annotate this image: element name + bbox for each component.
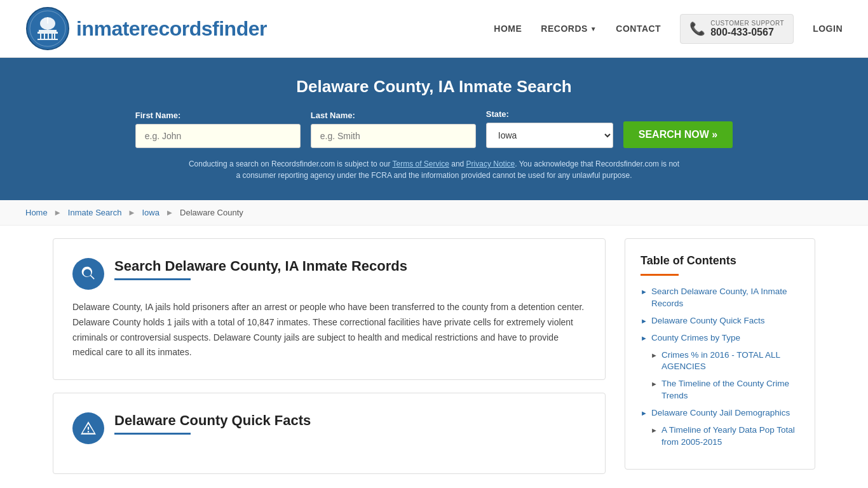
magnifier-icon bbox=[80, 266, 97, 282]
search-button[interactable]: SEARCH NOW » bbox=[623, 121, 733, 148]
tos-link[interactable]: Terms of Service bbox=[393, 159, 449, 168]
toc-link-0[interactable]: ► Search Delaware County, IA Inmate Reco… bbox=[641, 286, 799, 310]
main-section-title: Search Delaware County, IA Inmate Record… bbox=[114, 258, 586, 274]
nav-contact[interactable]: CONTACT bbox=[616, 24, 661, 34]
breadcrumb-current: Delaware County bbox=[180, 208, 243, 217]
nav-records[interactable]: RECORDS ▼ bbox=[541, 24, 597, 34]
quick-facts-title: Delaware County Quick Facts bbox=[114, 412, 586, 429]
toc-item-6: ► A Timeline of Yearly Data Pop Total fr… bbox=[651, 424, 799, 449]
state-group: State: Iowa Alabama Alaska California Co… bbox=[486, 109, 613, 148]
first-name-group: First Name: bbox=[135, 111, 301, 148]
breadcrumb-sep-3: ► bbox=[166, 208, 174, 217]
toc-chevron-1: ► bbox=[641, 316, 648, 326]
breadcrumb-iowa[interactable]: Iowa bbox=[142, 208, 159, 217]
quick-facts-section: Delaware County Quick Facts bbox=[53, 393, 606, 474]
state-label: State: bbox=[486, 109, 509, 119]
left-content: Search Delaware County, IA Inmate Record… bbox=[53, 238, 625, 487]
title-underline bbox=[114, 278, 191, 280]
toc-chevron-4: ► bbox=[651, 379, 658, 389]
svg-rect-7 bbox=[48, 34, 49, 39]
toc-link-3[interactable]: ► Crimes % in 2016 - TOTAL ALL AGENCIES bbox=[651, 349, 799, 374]
quick-facts-icon bbox=[72, 412, 104, 444]
svg-rect-6 bbox=[44, 34, 45, 39]
section-header: Search Delaware County, IA Inmate Record… bbox=[72, 258, 586, 290]
main-nav: HOME RECORDS ▼ CONTACT 📞 CUSTOMER SUPPOR… bbox=[494, 14, 843, 44]
customer-support-box[interactable]: 📞 CUSTOMER SUPPORT 800-433-0567 bbox=[680, 14, 794, 44]
nav-login[interactable]: LOGIN bbox=[813, 24, 843, 34]
toc-chevron-0: ► bbox=[641, 287, 648, 297]
site-header: inmaterecordsfinder HOME RECORDS ▼ CONTA… bbox=[0, 0, 868, 58]
svg-rect-4 bbox=[37, 32, 58, 34]
toc-link-4[interactable]: ► The Timeline of the County Crime Trend… bbox=[651, 378, 799, 402]
sidebar: Table of Contents ► Search Delaware Coun… bbox=[625, 238, 815, 487]
toc-item-4: ► The Timeline of the County Crime Trend… bbox=[651, 378, 799, 402]
main-content: Search Delaware County, IA Inmate Record… bbox=[27, 226, 841, 488]
breadcrumb-inmate-search[interactable]: Inmate Search bbox=[68, 208, 122, 217]
state-select[interactable]: Iowa Alabama Alaska California Colorado … bbox=[486, 123, 613, 148]
toc-list: ► Search Delaware County, IA Inmate Reco… bbox=[641, 286, 799, 449]
quick-facts-header: Delaware County Quick Facts bbox=[72, 412, 586, 444]
toc-divider bbox=[641, 274, 679, 276]
toc-item-2: ► County Crimes by Type bbox=[641, 332, 799, 344]
svg-rect-5 bbox=[40, 34, 41, 39]
toc-chevron-3: ► bbox=[651, 351, 658, 360]
privacy-link[interactable]: Privacy Notice bbox=[466, 159, 515, 168]
last-name-input[interactable] bbox=[311, 124, 476, 148]
toc-item-5: ► Delaware County Jail Demographics bbox=[641, 407, 799, 419]
inmate-records-section: Search Delaware County, IA Inmate Record… bbox=[53, 238, 606, 380]
breadcrumb-home[interactable]: Home bbox=[25, 208, 48, 217]
chevron-down-icon: ▼ bbox=[590, 25, 597, 32]
svg-rect-9 bbox=[54, 34, 55, 39]
main-section-body: Delaware County, IA jails hold prisoners… bbox=[72, 300, 586, 360]
toc-item-3: ► Crimes % in 2016 - TOTAL ALL AGENCIES bbox=[651, 349, 799, 374]
toc-chevron-5: ► bbox=[641, 409, 648, 418]
svg-rect-3 bbox=[39, 30, 57, 32]
toc-title: Table of Contents bbox=[641, 254, 799, 268]
breadcrumb-sep-1: ► bbox=[53, 208, 62, 217]
breadcrumb: Home ► Inmate Search ► Iowa ► Delaware C… bbox=[0, 200, 868, 226]
last-name-group: Last Name: bbox=[311, 111, 476, 148]
search-section-icon bbox=[72, 258, 104, 290]
toc-chevron-2: ► bbox=[641, 334, 648, 343]
table-of-contents: Table of Contents ► Search Delaware Coun… bbox=[625, 238, 815, 470]
toc-link-5[interactable]: ► Delaware County Jail Demographics bbox=[641, 407, 799, 419]
svg-rect-8 bbox=[51, 34, 53, 39]
breadcrumb-sep-2: ► bbox=[128, 208, 136, 217]
toc-link-6[interactable]: ► A Timeline of Yearly Data Pop Total fr… bbox=[651, 424, 799, 449]
logo-text: inmaterecordsfinder bbox=[76, 17, 267, 41]
first-name-input[interactable] bbox=[135, 124, 301, 148]
phone-icon: 📞 bbox=[689, 21, 705, 36]
logo[interactable]: inmaterecordsfinder bbox=[25, 6, 267, 51]
toc-item-0: ► Search Delaware County, IA Inmate Reco… bbox=[641, 286, 799, 310]
toc-chevron-6: ► bbox=[651, 426, 658, 435]
alert-icon bbox=[80, 420, 97, 437]
nav-home[interactable]: HOME bbox=[494, 24, 522, 34]
toc-link-2[interactable]: ► County Crimes by Type bbox=[641, 332, 799, 344]
quick-facts-underline bbox=[114, 433, 191, 435]
svg-rect-10 bbox=[37, 39, 58, 40]
search-banner: Delaware County, IA Inmate Search First … bbox=[0, 58, 868, 200]
page-title: Delaware County, IA Inmate Search bbox=[25, 77, 843, 97]
toc-link-1[interactable]: ► Delaware County Quick Facts bbox=[641, 315, 799, 327]
disclaimer-text: Conducting a search on Recordsfinder.com… bbox=[186, 158, 682, 181]
search-form: First Name: Last Name: State: Iowa Alaba… bbox=[25, 109, 843, 148]
support-label: CUSTOMER SUPPORT bbox=[710, 20, 784, 27]
last-name-label: Last Name: bbox=[311, 111, 355, 120]
logo-icon bbox=[25, 6, 70, 51]
first-name-label: First Name: bbox=[135, 111, 181, 120]
toc-item-1: ► Delaware County Quick Facts bbox=[641, 315, 799, 327]
support-number: 800-433-0567 bbox=[710, 27, 784, 38]
